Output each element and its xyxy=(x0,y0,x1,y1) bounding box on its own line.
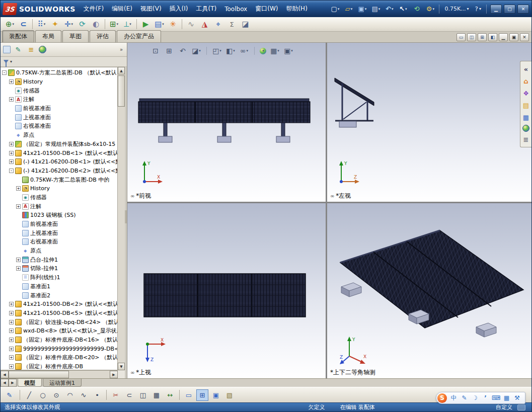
tree-item[interactable]: 右视基准面 xyxy=(1,122,117,131)
command-tab[interactable]: 装配体 xyxy=(2,30,34,42)
circle-icon[interactable] xyxy=(37,389,49,401)
move-component-icon[interactable] xyxy=(62,18,75,30)
tree-item[interactable]: +（固定）常规组件装配体sb-6x10-15 xyxy=(1,140,117,149)
tree-item[interactable]: +History xyxy=(1,184,117,193)
model-tab[interactable]: 模型 xyxy=(18,379,42,387)
expand-toggle[interactable]: + xyxy=(9,79,14,84)
configurationmanager-tab[interactable] xyxy=(26,44,37,55)
scroll-up-button[interactable]: ▲ xyxy=(118,67,125,74)
command-tab[interactable]: 草图 xyxy=(62,30,89,42)
arc-icon[interactable] xyxy=(64,389,76,401)
viewport-two-icon[interactable] xyxy=(467,33,476,41)
expand-toggle[interactable]: + xyxy=(9,364,14,369)
viewport-front[interactable]: Y X *前视 xyxy=(127,43,326,202)
rebuild-icon[interactable] xyxy=(410,4,423,14)
expand-toggle[interactable]: + xyxy=(9,302,14,306)
punctuation-icon[interactable] xyxy=(482,394,489,401)
tree-item[interactable]: -0.75KW-方案二总装图-DB （默认<默认 xyxy=(1,68,117,77)
expand-toggle[interactable]: - xyxy=(9,169,14,173)
view-settings-icon[interactable] xyxy=(283,46,293,55)
convert-entities-icon[interactable] xyxy=(123,389,135,401)
expand-toggle[interactable]: + xyxy=(9,355,14,360)
sketch-icon[interactable] xyxy=(5,389,17,401)
viewport-isometric[interactable]: Y X Z *上下二等角轴测 xyxy=(327,203,531,378)
menu-item[interactable]: Toolbox xyxy=(220,4,251,15)
panel-overflow-chevron[interactable]: » xyxy=(120,47,124,52)
zoom-fit-icon[interactable] xyxy=(150,46,161,55)
panel-splitter[interactable] xyxy=(125,67,127,378)
collapse-icon[interactable] xyxy=(521,64,530,73)
display-style-icon[interactable] xyxy=(225,46,236,55)
scroll-thumb[interactable] xyxy=(9,371,69,378)
tree-item[interactable]: 基准面2 xyxy=(1,291,117,300)
displaymanager-tab[interactable] xyxy=(39,46,46,53)
edit-appearance-icon[interactable] xyxy=(260,48,266,54)
design-library-icon[interactable] xyxy=(521,89,530,98)
tree-item[interactable]: +切除-拉伸1 xyxy=(1,264,117,273)
tree-item[interactable]: 原点 xyxy=(1,131,117,140)
command-tab[interactable]: 办公室产品 xyxy=(117,30,161,42)
expand-toggle[interactable]: + xyxy=(16,204,21,209)
previous-view-icon[interactable] xyxy=(178,46,188,55)
expand-toggle[interactable]: + xyxy=(9,338,14,342)
bill-of-materials-icon[interactable] xyxy=(153,18,166,30)
tree-item[interactable]: +41x21-01500-DB<1> (默认<<默认\ xyxy=(1,148,117,157)
close-button[interactable]: ✕ xyxy=(517,5,529,14)
reference-geometry-icon[interactable] xyxy=(121,18,134,30)
tree-item[interactable]: +凸台-拉伸1 xyxy=(1,255,117,264)
zoom-area-icon[interactable] xyxy=(164,46,174,55)
expand-toggle[interactable]: + xyxy=(9,320,14,324)
open-icon[interactable] xyxy=(342,4,355,14)
minimize-button[interactable]: ▁ xyxy=(490,5,502,14)
help-button[interactable]: ?▾ xyxy=(473,5,484,14)
expand-toggle[interactable]: - xyxy=(2,70,7,75)
tree-item[interactable]: +wxd-DB<8> (默认<<默认>_显示状态 xyxy=(1,326,117,336)
tree-item[interactable]: +注解 xyxy=(1,202,117,211)
viewport-four-icon[interactable] xyxy=(478,33,487,41)
rotate-component-icon[interactable] xyxy=(76,18,89,30)
viewport-vertical-divider[interactable] xyxy=(326,43,327,378)
save-icon[interactable] xyxy=(356,4,368,14)
splitter-grip[interactable] xyxy=(125,210,127,223)
tree-horizontal-scrollbar[interactable]: ◀ ▶ xyxy=(1,370,118,378)
wrench-icon[interactable] xyxy=(513,394,521,401)
tree-item[interactable]: 基准面1 xyxy=(1,282,117,291)
select-icon[interactable] xyxy=(397,4,409,14)
pen-icon[interactable] xyxy=(461,394,468,401)
view-palette-icon[interactable] xyxy=(521,113,530,122)
smart-fasteners-icon[interactable] xyxy=(49,18,61,30)
expand-toggle[interactable]: + xyxy=(16,258,21,262)
scroll-thumb[interactable] xyxy=(118,75,125,107)
menu-item[interactable]: 帮助(H) xyxy=(282,3,311,15)
mate-icon[interactable] xyxy=(17,18,30,30)
tab-scroll-left-button[interactable]: ◀ xyxy=(1,379,9,387)
scroll-down-button[interactable]: ▼ xyxy=(118,363,125,370)
file-explorer-icon[interactable] xyxy=(521,101,530,110)
tree-item[interactable]: 上视基准面 xyxy=(1,113,117,122)
command-tab[interactable]: 布局 xyxy=(35,30,61,42)
apply-scene-icon[interactable] xyxy=(270,46,280,55)
appearances-icon[interactable] xyxy=(522,125,529,132)
expand-toggle[interactable]: + xyxy=(16,186,21,191)
keyboard-icon[interactable] xyxy=(492,394,500,401)
ellipse-icon[interactable] xyxy=(50,389,62,401)
show-hidden-components-icon[interactable] xyxy=(90,18,102,30)
tree-item[interactable]: +(-) 41x21-06200-DB<1> (默认<<默 xyxy=(1,157,117,167)
toolbox-icon[interactable] xyxy=(503,394,510,401)
menu-item[interactable]: 文件(F) xyxy=(80,3,108,15)
mass-properties-icon[interactable] xyxy=(225,18,238,30)
scroll-right-button[interactable]: ▶ xyxy=(110,371,118,378)
tree-item[interactable]: +（固定）标准件底座-DB<16> （默认 xyxy=(1,336,117,345)
new-motion-study-icon[interactable] xyxy=(139,18,152,30)
model-tab[interactable]: 运动算例1 xyxy=(43,379,82,387)
filter-funnel-icon[interactable] xyxy=(4,60,9,63)
expand-toggle[interactable]: + xyxy=(9,151,14,155)
new-document-icon[interactable] xyxy=(329,4,341,14)
maximize-button[interactable]: ▢ xyxy=(504,5,515,14)
tree-item[interactable]: +41x21-01500-DB<2> (默认<<默认>_ xyxy=(1,300,117,309)
line-icon[interactable] xyxy=(23,389,35,401)
tree-item[interactable]: 前视基准面 xyxy=(1,220,117,229)
featuremanager-tab[interactable] xyxy=(3,46,11,53)
exploded-view-icon[interactable] xyxy=(167,18,179,30)
options-icon[interactable] xyxy=(424,4,436,14)
